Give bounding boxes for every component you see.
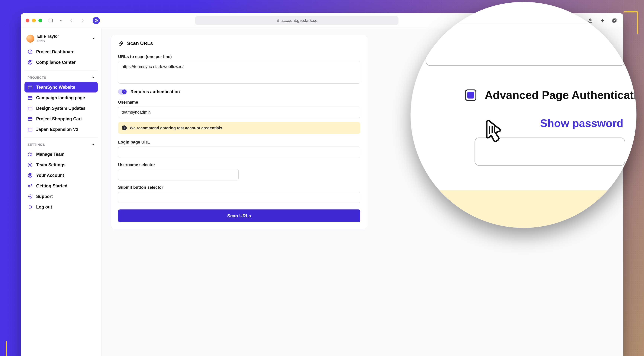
folder-icon: [28, 106, 33, 111]
cursor-pointer-icon: [478, 117, 506, 145]
check-icon: [122, 90, 126, 94]
logout-icon: [28, 204, 33, 210]
username-input[interactable]: [118, 106, 360, 118]
panel-menu-icon[interactable]: [57, 16, 65, 24]
avatar: [26, 35, 34, 42]
sidebar-item-getting-started[interactable]: Getting Started: [24, 181, 98, 191]
target-icon: [28, 60, 33, 65]
svg-point-20: [30, 164, 31, 166]
sidebar-item-dashboard[interactable]: Project Dashboard: [24, 46, 98, 57]
sidebar-item-project-teamsync[interactable]: TeamSync Website: [24, 82, 98, 92]
svg-point-18: [28, 153, 30, 154]
magnified-text-input[interactable]: [426, 22, 625, 66]
window-minimize-button[interactable]: [32, 19, 36, 22]
submit-selector-label: Submit button selector: [118, 185, 360, 190]
magnifier-overlay: Advanced Page Authentication Show passwo…: [410, 2, 636, 228]
svg-rect-9: [612, 20, 616, 22]
credentials-info-banner: i We recommend entering test account cre…: [118, 122, 360, 134]
sidebar-item-support[interactable]: Support: [24, 191, 98, 202]
username-selector-input[interactable]: [118, 169, 238, 180]
sidebar-item-label: Getting Started: [36, 184, 68, 188]
advanced-auth-checkbox[interactable]: [465, 90, 476, 101]
url-bar[interactable]: account.getstark.co: [195, 16, 398, 25]
svg-rect-0: [49, 19, 52, 22]
folder-icon: [28, 127, 33, 132]
requires-auth-toggle[interactable]: [118, 89, 127, 94]
sidebar-item-project-campaign[interactable]: Campaign landing page: [24, 92, 98, 103]
svg-rect-15: [28, 107, 32, 110]
link-icon: [118, 41, 124, 46]
chat-icon: [28, 194, 33, 199]
user-org: Stark: [37, 39, 89, 43]
user-name: Ellie Taylor: [37, 34, 89, 39]
sidebar-item-project-japan[interactable]: Japan Expansion V2: [24, 124, 98, 135]
scan-urls-button[interactable]: Scan URLs: [118, 210, 360, 222]
scan-urls-card: Scan URLs URLs to scan (one per line) Re…: [111, 35, 367, 229]
requires-auth-label: Requires authentication: [130, 89, 180, 94]
svg-point-23: [31, 184, 32, 185]
url-text: account.getstark.co: [282, 18, 318, 23]
sidebar-item-compliance[interactable]: Compliance Center: [24, 57, 98, 68]
sidebar-item-manage-team[interactable]: Manage Team: [24, 149, 98, 160]
show-password-link[interactable]: Show password: [540, 117, 623, 130]
info-text: We recommend entering test account crede…: [130, 126, 222, 130]
sidebar-item-project-design-system[interactable]: Design System Updates: [24, 103, 98, 114]
sidebar-item-logout[interactable]: Log out: [24, 202, 98, 212]
lock-icon: [276, 19, 280, 22]
svg-point-22: [30, 174, 31, 176]
svg-rect-4: [277, 20, 279, 22]
section-label: PROJECTS: [28, 76, 46, 80]
user-icon: [28, 173, 33, 178]
advanced-auth-label: Advanced Page Authentication: [485, 88, 636, 102]
login-url-label: Login page URL: [118, 140, 360, 145]
urls-label: URLs to scan (one per line): [118, 54, 360, 59]
nav-back-button[interactable]: [68, 16, 76, 24]
login-url-input[interactable]: [118, 146, 360, 158]
settings-section-header[interactable]: SETTINGS: [24, 137, 98, 149]
checkbox-checked-icon: [467, 92, 474, 98]
decorative-corner: [6, 341, 17, 356]
svg-point-19: [31, 153, 32, 154]
submit-selector-input[interactable]: [118, 192, 360, 203]
svg-line-3: [95, 20, 97, 22]
chevron-up-icon: [91, 75, 95, 80]
sidebar-item-label: Design System Updates: [36, 106, 86, 111]
sidebar-toggle-icon[interactable]: [47, 16, 54, 24]
svg-point-26: [31, 196, 31, 196]
sidebar-item-label: Manage Team: [36, 152, 64, 157]
chevron-down-icon: [92, 36, 96, 41]
sidebar-item-label: TeamSync Website: [36, 85, 75, 90]
sidebar-item-team-settings[interactable]: Team Settings: [24, 160, 98, 170]
sidebar-item-your-account[interactable]: Your Account: [24, 170, 98, 181]
sidebar-item-label: Team Settings: [36, 162, 66, 168]
sidebar-item-label: Campaign landing page: [36, 95, 85, 100]
username-selector-label: Username selector: [118, 162, 360, 167]
chevron-up-icon: [91, 142, 95, 147]
username-label: Username: [118, 100, 360, 105]
sidebar-item-project-shopping-cart[interactable]: Project Shopping Cart: [24, 114, 98, 124]
projects-section-header[interactable]: PROJECTS: [24, 70, 98, 82]
card-title: Scan URLs: [127, 40, 153, 46]
account-switcher[interactable]: Ellie Taylor Stark: [24, 33, 98, 46]
team-icon: [28, 152, 33, 157]
sidebar-item-label: Japan Expansion V2: [36, 127, 78, 132]
sidebar-item-label: Support: [36, 194, 53, 199]
window-zoom-button[interactable]: [38, 19, 42, 22]
info-icon: i: [122, 126, 127, 130]
new-tab-icon[interactable]: [598, 16, 606, 24]
svg-point-12: [29, 62, 31, 63]
section-label: SETTINGS: [28, 143, 45, 147]
svg-point-25: [30, 196, 30, 196]
nav-forward-button[interactable]: [78, 16, 86, 24]
window-close-button[interactable]: [26, 19, 30, 22]
svg-rect-13: [28, 86, 32, 89]
urls-textarea[interactable]: [118, 61, 360, 84]
sidebar-item-label: Project Shopping Cart: [36, 116, 82, 122]
sidebar-item-label: Compliance Center: [36, 60, 76, 65]
folder-icon: [28, 95, 33, 100]
decorative-corner: [0, 0, 19, 19]
folder-icon: [28, 116, 33, 122]
window-controls: [26, 19, 42, 22]
folder-icon: [28, 84, 33, 90]
tabs-overview-icon[interactable]: [610, 16, 618, 24]
